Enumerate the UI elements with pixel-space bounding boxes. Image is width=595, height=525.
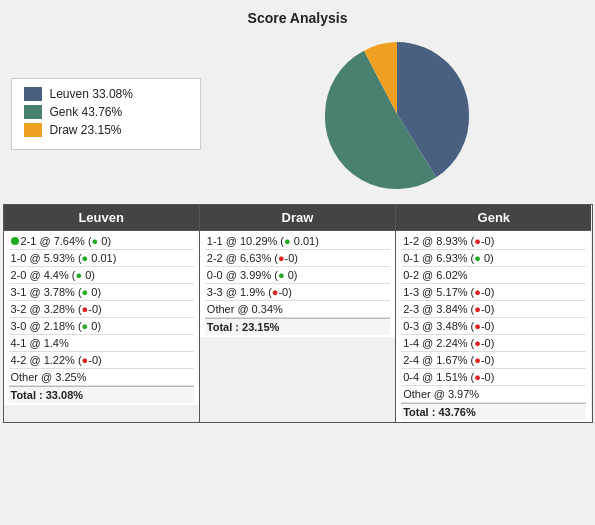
list-item: 1-1 @ 10.29% (● 0.01) xyxy=(205,233,390,250)
row-text: Other @ 3.25% xyxy=(11,371,192,383)
row-text: 3-3 @ 1.9% (●-0) xyxy=(207,286,388,298)
list-item: 3-2 @ 3.28% (●-0) xyxy=(9,301,194,318)
pie-chart xyxy=(317,34,477,194)
genk-color-swatch xyxy=(24,105,42,119)
list-item: 2-3 @ 3.84% (●-0) xyxy=(401,301,586,318)
top-section: Leuven 33.08% Genk 43.76% Draw 23.15% xyxy=(3,34,593,194)
legend-draw-label: Draw 23.15% xyxy=(50,123,122,137)
draw-column: Draw 1-1 @ 10.29% (● 0.01) 2-2 @ 6.63% (… xyxy=(200,205,396,422)
row-text: 0-1 @ 6.93% (● 0) xyxy=(403,252,584,264)
dot-green-icon xyxy=(11,237,19,245)
leuven-color-swatch xyxy=(24,87,42,101)
legend-box: Leuven 33.08% Genk 43.76% Draw 23.15% xyxy=(11,78,201,150)
list-item: 3-0 @ 2.18% (● 0) xyxy=(9,318,194,335)
row-text: 2-0 @ 4.4% (● 0) xyxy=(11,269,192,281)
leuven-column: Leuven 2-1 @ 7.64% (● 0) 1-0 @ 5.93% (● … xyxy=(4,205,200,422)
row-text: Total : 43.76% xyxy=(403,406,584,418)
row-text: 2-3 @ 3.84% (●-0) xyxy=(403,303,584,315)
list-item: 3-1 @ 3.78% (● 0) xyxy=(9,284,194,301)
list-item: 1-2 @ 8.93% (●-0) xyxy=(401,233,586,250)
legend-leuven-label: Leuven 33.08% xyxy=(50,87,133,101)
row-text: Other @ 3.97% xyxy=(403,388,584,400)
genk-content: 1-2 @ 8.93% (●-0) 0-1 @ 6.93% (● 0) 0-2 … xyxy=(396,231,591,422)
row-text: 2-1 @ 7.64% (● 0) xyxy=(21,235,192,247)
row-text: 0-2 @ 6.02% xyxy=(403,269,584,281)
genk-total: Total : 43.76% xyxy=(401,403,586,420)
row-text: Total : 23.15% xyxy=(207,321,388,333)
legend-item-genk: Genk 43.76% xyxy=(24,105,188,119)
row-text: 3-0 @ 2.18% (● 0) xyxy=(11,320,192,332)
row-text: Other @ 0.34% xyxy=(207,303,388,315)
leuven-total: Total : 33.08% xyxy=(9,386,194,403)
row-text: 2-2 @ 6.63% (●-0) xyxy=(207,252,388,264)
list-item: Other @ 3.97% xyxy=(401,386,586,403)
row-text: 0-4 @ 1.51% (●-0) xyxy=(403,371,584,383)
list-item: 4-2 @ 1.22% (●-0) xyxy=(9,352,194,369)
list-item: 2-2 @ 6.63% (●-0) xyxy=(205,250,390,267)
row-text: 2-4 @ 1.67% (●-0) xyxy=(403,354,584,366)
legend-genk-label: Genk 43.76% xyxy=(50,105,123,119)
draw-content: 1-1 @ 10.29% (● 0.01) 2-2 @ 6.63% (●-0) … xyxy=(200,231,395,337)
list-item: 0-2 @ 6.02% xyxy=(401,267,586,284)
row-text: 3-2 @ 3.28% (●-0) xyxy=(11,303,192,315)
draw-header: Draw xyxy=(200,205,395,231)
genk-header: Genk xyxy=(396,205,591,231)
row-text: 0-0 @ 3.99% (● 0) xyxy=(207,269,388,281)
list-item: 2-4 @ 1.67% (●-0) xyxy=(401,352,586,369)
chart-area xyxy=(201,34,593,194)
draw-color-swatch xyxy=(24,123,42,137)
row-text: 1-1 @ 10.29% (● 0.01) xyxy=(207,235,388,247)
list-item: 0-0 @ 3.99% (● 0) xyxy=(205,267,390,284)
legend-item-draw: Draw 23.15% xyxy=(24,123,188,137)
list-item: 0-1 @ 6.93% (● 0) xyxy=(401,250,586,267)
list-item: Other @ 0.34% xyxy=(205,301,390,318)
list-item: 2-0 @ 4.4% (● 0) xyxy=(9,267,194,284)
row-text: 1-0 @ 5.93% (● 0.01) xyxy=(11,252,192,264)
row-text: 4-2 @ 1.22% (●-0) xyxy=(11,354,192,366)
list-item: 1-4 @ 2.24% (●-0) xyxy=(401,335,586,352)
list-item: 4-1 @ 1.4% xyxy=(9,335,194,352)
page: Score Analysis Leuven 33.08% Genk 43.76%… xyxy=(0,0,595,525)
row-text: 3-1 @ 3.78% (● 0) xyxy=(11,286,192,298)
row-text: 4-1 @ 1.4% xyxy=(11,337,192,349)
leuven-content: 2-1 @ 7.64% (● 0) 1-0 @ 5.93% (● 0.01) 2… xyxy=(4,231,199,405)
page-title: Score Analysis xyxy=(248,10,348,26)
row-text: 1-3 @ 5.17% (●-0) xyxy=(403,286,584,298)
draw-total: Total : 23.15% xyxy=(205,318,390,335)
genk-column: Genk 1-2 @ 8.93% (●-0) 0-1 @ 6.93% (● 0)… xyxy=(396,205,591,422)
legend-item-leuven: Leuven 33.08% xyxy=(24,87,188,101)
row-text: 1-2 @ 8.93% (●-0) xyxy=(403,235,584,247)
list-item: 1-0 @ 5.93% (● 0.01) xyxy=(9,250,194,267)
row-text: 0-3 @ 3.48% (●-0) xyxy=(403,320,584,332)
row-text: Total : 33.08% xyxy=(11,389,192,401)
list-item: 1-3 @ 5.17% (●-0) xyxy=(401,284,586,301)
list-item: 3-3 @ 1.9% (●-0) xyxy=(205,284,390,301)
bottom-section: Leuven 2-1 @ 7.64% (● 0) 1-0 @ 5.93% (● … xyxy=(3,204,593,423)
list-item: Other @ 3.25% xyxy=(9,369,194,386)
list-item: 2-1 @ 7.64% (● 0) xyxy=(9,233,194,250)
leuven-header: Leuven xyxy=(4,205,199,231)
list-item: 0-3 @ 3.48% (●-0) xyxy=(401,318,586,335)
row-text: 1-4 @ 2.24% (●-0) xyxy=(403,337,584,349)
list-item: 0-4 @ 1.51% (●-0) xyxy=(401,369,586,386)
